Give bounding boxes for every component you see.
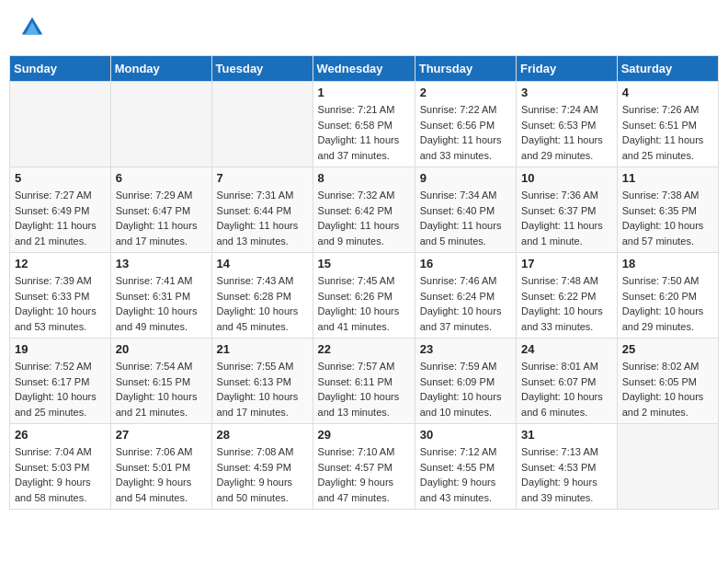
calendar-week-4: 19Sunrise: 7:52 AMSunset: 6:17 PMDayligh… — [10, 339, 719, 424]
day-number: 4 — [622, 86, 713, 99]
calendar-cell: 18Sunrise: 7:50 AMSunset: 6:20 PMDayligh… — [617, 253, 718, 339]
day-number: 20 — [116, 342, 207, 356]
day-number: 23 — [420, 342, 511, 356]
day-info: Sunrise: 7:54 AMSunset: 6:15 PMDaylight:… — [116, 359, 207, 419]
calendar-cell: 28Sunrise: 7:08 AMSunset: 4:59 PMDayligh… — [211, 424, 313, 510]
day-info: Sunrise: 7:59 AMSunset: 6:09 PMDaylight:… — [420, 359, 511, 419]
header-sunday: Sunday — [10, 56, 111, 82]
day-number: 15 — [318, 257, 410, 270]
day-number: 18 — [622, 257, 713, 270]
day-info: Sunrise: 7:10 AMSunset: 4:57 PMDaylight:… — [318, 444, 410, 505]
day-number: 25 — [622, 342, 713, 356]
calendar-header-row: SundayMondayTuesdayWednesdayThursdayFrid… — [10, 56, 719, 82]
calendar-cell — [617, 424, 718, 510]
calendar-cell: 16Sunrise: 7:46 AMSunset: 6:24 PMDayligh… — [415, 253, 516, 339]
day-number: 13 — [116, 257, 207, 270]
day-info: Sunrise: 7:45 AMSunset: 6:26 PMDaylight:… — [318, 273, 410, 334]
calendar-cell: 27Sunrise: 7:06 AMSunset: 5:01 PMDayligh… — [110, 424, 211, 510]
calendar-cell: 29Sunrise: 7:10 AMSunset: 4:57 PMDayligh… — [313, 424, 415, 510]
day-info: Sunrise: 7:46 AMSunset: 6:24 PMDaylight:… — [420, 273, 511, 334]
calendar-cell: 20Sunrise: 7:54 AMSunset: 6:15 PMDayligh… — [110, 339, 211, 424]
day-info: Sunrise: 7:13 AMSunset: 4:53 PMDaylight:… — [521, 444, 612, 505]
day-info: Sunrise: 7:31 AMSunset: 6:44 PMDaylight:… — [217, 188, 308, 248]
calendar-cell: 17Sunrise: 7:48 AMSunset: 6:22 PMDayligh… — [517, 253, 618, 339]
day-number: 29 — [318, 428, 410, 442]
day-info: Sunrise: 7:32 AMSunset: 6:42 PMDaylight:… — [318, 188, 410, 248]
day-number: 16 — [420, 257, 511, 270]
day-info: Sunrise: 7:26 AMSunset: 6:51 PMDaylight:… — [622, 102, 713, 163]
calendar-cell: 26Sunrise: 7:04 AMSunset: 5:03 PMDayligh… — [10, 424, 111, 510]
calendar-week-2: 5Sunrise: 7:27 AMSunset: 6:49 PMDaylight… — [10, 167, 719, 253]
calendar-cell: 5Sunrise: 7:27 AMSunset: 6:49 PMDaylight… — [10, 167, 111, 253]
calendar-cell — [211, 82, 313, 167]
day-number: 26 — [15, 428, 106, 442]
calendar-cell: 24Sunrise: 8:01 AMSunset: 6:07 PMDayligh… — [517, 339, 618, 424]
calendar-cell: 10Sunrise: 7:36 AMSunset: 6:37 PMDayligh… — [517, 167, 618, 253]
calendar-cell: 8Sunrise: 7:32 AMSunset: 6:42 PMDaylight… — [313, 167, 415, 253]
day-info: Sunrise: 7:27 AMSunset: 6:49 PMDaylight:… — [15, 188, 106, 248]
day-number: 6 — [116, 171, 207, 185]
day-info: Sunrise: 7:04 AMSunset: 5:03 PMDaylight:… — [15, 444, 106, 505]
calendar-cell: 23Sunrise: 7:59 AMSunset: 6:09 PMDayligh… — [415, 339, 516, 424]
calendar-cell: 22Sunrise: 7:57 AMSunset: 6:11 PMDayligh… — [313, 339, 415, 424]
day-number: 9 — [420, 171, 511, 185]
day-info: Sunrise: 7:57 AMSunset: 6:11 PMDaylight:… — [318, 359, 410, 419]
calendar-cell — [10, 82, 111, 167]
logo — [18, 14, 50, 41]
day-info: Sunrise: 7:36 AMSunset: 6:37 PMDaylight:… — [521, 188, 612, 248]
day-info: Sunrise: 8:02 AMSunset: 6:05 PMDaylight:… — [622, 359, 713, 419]
calendar-cell: 1Sunrise: 7:21 AMSunset: 6:58 PMDaylight… — [313, 82, 415, 167]
day-info: Sunrise: 7:43 AMSunset: 6:28 PMDaylight:… — [217, 273, 308, 334]
calendar-cell: 31Sunrise: 7:13 AMSunset: 4:53 PMDayligh… — [517, 424, 618, 510]
day-info: Sunrise: 8:01 AMSunset: 6:07 PMDaylight:… — [521, 359, 612, 419]
header-tuesday: Tuesday — [211, 56, 313, 82]
day-number: 17 — [521, 257, 612, 270]
day-info: Sunrise: 7:55 AMSunset: 6:13 PMDaylight:… — [217, 359, 308, 419]
day-number: 30 — [420, 428, 511, 442]
page-header — [9, 9, 719, 46]
calendar-cell: 13Sunrise: 7:41 AMSunset: 6:31 PMDayligh… — [110, 253, 211, 339]
day-info: Sunrise: 7:52 AMSunset: 6:17 PMDaylight:… — [15, 359, 106, 419]
calendar-cell: 12Sunrise: 7:39 AMSunset: 6:33 PMDayligh… — [10, 253, 111, 339]
calendar-cell: 15Sunrise: 7:45 AMSunset: 6:26 PMDayligh… — [313, 253, 415, 339]
calendar-cell: 6Sunrise: 7:29 AMSunset: 6:47 PMDaylight… — [110, 167, 211, 253]
day-number: 11 — [622, 171, 713, 185]
day-info: Sunrise: 7:41 AMSunset: 6:31 PMDaylight:… — [116, 273, 207, 334]
calendar-week-5: 26Sunrise: 7:04 AMSunset: 5:03 PMDayligh… — [10, 424, 719, 510]
day-number: 24 — [521, 342, 612, 356]
calendar-cell: 9Sunrise: 7:34 AMSunset: 6:40 PMDaylight… — [415, 167, 516, 253]
header-thursday: Thursday — [415, 56, 516, 82]
day-info: Sunrise: 7:21 AMSunset: 6:58 PMDaylight:… — [318, 102, 410, 163]
day-number: 10 — [521, 171, 612, 185]
logo-icon — [18, 14, 46, 41]
calendar-cell — [110, 82, 211, 167]
day-info: Sunrise: 7:29 AMSunset: 6:47 PMDaylight:… — [116, 188, 207, 248]
calendar-cell: 21Sunrise: 7:55 AMSunset: 6:13 PMDayligh… — [211, 339, 313, 424]
header-saturday: Saturday — [617, 56, 718, 82]
day-info: Sunrise: 7:22 AMSunset: 6:56 PMDaylight:… — [420, 102, 511, 163]
day-number: 12 — [15, 257, 106, 270]
calendar-cell: 25Sunrise: 8:02 AMSunset: 6:05 PMDayligh… — [617, 339, 718, 424]
day-info: Sunrise: 7:12 AMSunset: 4:55 PMDaylight:… — [420, 444, 511, 505]
day-number: 19 — [15, 342, 106, 356]
day-number: 21 — [217, 342, 308, 356]
calendar-cell: 11Sunrise: 7:38 AMSunset: 6:35 PMDayligh… — [617, 167, 718, 253]
header-friday: Friday — [517, 56, 618, 82]
day-number: 2 — [420, 86, 511, 99]
calendar-cell: 19Sunrise: 7:52 AMSunset: 6:17 PMDayligh… — [10, 339, 111, 424]
day-number: 3 — [521, 86, 612, 99]
day-info: Sunrise: 7:06 AMSunset: 5:01 PMDaylight:… — [116, 444, 207, 505]
header-wednesday: Wednesday — [313, 56, 415, 82]
calendar-cell: 4Sunrise: 7:26 AMSunset: 6:51 PMDaylight… — [617, 82, 718, 167]
day-info: Sunrise: 7:39 AMSunset: 6:33 PMDaylight:… — [15, 273, 106, 334]
calendar-cell: 2Sunrise: 7:22 AMSunset: 6:56 PMDaylight… — [415, 82, 516, 167]
day-info: Sunrise: 7:34 AMSunset: 6:40 PMDaylight:… — [420, 188, 511, 248]
day-number: 22 — [318, 342, 410, 356]
calendar-cell: 7Sunrise: 7:31 AMSunset: 6:44 PMDaylight… — [211, 167, 313, 253]
calendar-cell: 14Sunrise: 7:43 AMSunset: 6:28 PMDayligh… — [211, 253, 313, 339]
calendar-cell: 30Sunrise: 7:12 AMSunset: 4:55 PMDayligh… — [415, 424, 516, 510]
day-info: Sunrise: 7:38 AMSunset: 6:35 PMDaylight:… — [622, 188, 713, 248]
day-number: 8 — [318, 171, 410, 185]
day-number: 14 — [217, 257, 308, 270]
day-number: 27 — [116, 428, 207, 442]
